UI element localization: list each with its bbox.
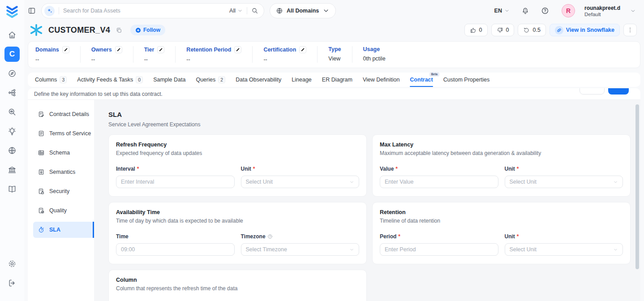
search-scope-dropdown[interactable]: All: [229, 8, 243, 14]
step-label: SLA: [49, 227, 60, 233]
rail-explore-compass-icon[interactable]: [4, 66, 20, 81]
placeholder-text: Select Timezone: [246, 246, 287, 253]
ai-sparkle-icon[interactable]: [44, 6, 55, 16]
edit-pencil-icon[interactable]: [115, 46, 122, 53]
banner-primary-button[interactable]: [608, 88, 629, 95]
rail-collate-app-icon[interactable]: C: [4, 47, 20, 62]
select-unit[interactable]: Select Unit: [505, 176, 623, 188]
contract-step-security[interactable]: Security: [33, 183, 94, 199]
contract-step-schema[interactable]: Schema: [33, 145, 94, 161]
contract-steps-sidebar: Contract Details Terms of Service Schema…: [28, 100, 94, 301]
rail-observability-search-icon[interactable]: [4, 104, 20, 120]
chevron-down-icon: [613, 180, 618, 185]
tab-count-badge: 0: [136, 76, 143, 83]
contract-content: SLA Service Level Agreement Expectations…: [94, 100, 640, 301]
rail-insights-bulb-icon[interactable]: [4, 124, 20, 139]
language-dropdown[interactable]: EN: [494, 8, 510, 14]
input-value[interactable]: Enter Value: [380, 176, 498, 188]
placeholder-text: Select Unit: [510, 179, 537, 185]
tab-label: Columns: [35, 77, 57, 83]
contract-step-semantics[interactable]: Semantics: [33, 164, 94, 180]
logout-icon: [8, 279, 17, 288]
field-unit: Unit * Select Unit: [241, 166, 360, 188]
rail-domains-hierarchy-icon[interactable]: [4, 85, 20, 100]
upvote-button[interactable]: 0: [464, 24, 488, 36]
global-search-input[interactable]: Search for Data Assets All: [41, 3, 264, 18]
contract-step-sla[interactable]: SLA: [33, 222, 94, 238]
all-domains-dropdown[interactable]: All Domains: [270, 3, 336, 18]
more-options-button[interactable]: [623, 24, 637, 36]
banner-secondary-button[interactable]: [580, 88, 605, 95]
tab-er-diagram[interactable]: ER Diagram: [322, 73, 352, 87]
downvote-button[interactable]: 0: [491, 24, 515, 36]
metadata-label: Domains: [35, 47, 59, 53]
metadata-label: Type: [328, 46, 341, 52]
tab-sample-data[interactable]: Sample Data: [153, 73, 185, 87]
metadata-value: View: [328, 56, 341, 62]
tab-lineage[interactable]: Lineage: [292, 73, 312, 87]
contract-step-contract-details[interactable]: Contract Details: [33, 106, 94, 122]
thumbs-up-icon: [470, 27, 477, 34]
select-unit[interactable]: Select Unit: [241, 176, 360, 188]
required-asterisk: *: [253, 166, 255, 172]
field-label: Interval *: [116, 166, 235, 172]
chevron-down-icon[interactable]: [630, 8, 636, 14]
version-history-icon: [523, 27, 530, 34]
entity-header: CUSTOMER_V4 Follow 0 0 0.5: [24, 22, 644, 39]
notifications-bell-icon[interactable]: [521, 7, 529, 15]
metadata-value: --: [35, 56, 69, 63]
card-title: Availability Time: [116, 209, 359, 215]
tab-contract[interactable]: Contract Beta: [410, 73, 433, 87]
user-menu[interactable]: rounakpreet.d Default: [584, 5, 620, 17]
search-icon[interactable]: [251, 7, 258, 14]
field-timezone: Timezone Select Timezone: [241, 233, 360, 256]
user-avatar[interactable]: R: [562, 4, 575, 17]
tab-queries[interactable]: Queries 2: [196, 73, 225, 87]
view-in-snowflake-button[interactable]: View in Snowflake: [550, 24, 620, 36]
tab-columns[interactable]: Columns 3: [35, 73, 67, 87]
edit-pencil-icon[interactable]: [62, 46, 69, 53]
rail-home-icon[interactable]: [4, 27, 20, 43]
card-refresh-frequency: Refresh Frequency Expected frequency of …: [108, 134, 367, 197]
rail-governance-bank-icon[interactable]: [4, 162, 20, 177]
tab-view-definition[interactable]: View Definition: [363, 73, 399, 87]
select-timezone[interactable]: Select Timezone: [241, 243, 360, 256]
card-max-latency: Max Latency Maximum acceptable latency b…: [372, 134, 631, 197]
collate-logo-icon[interactable]: [4, 4, 20, 19]
edit-pencil-icon[interactable]: [234, 46, 241, 53]
input-period[interactable]: Enter Period: [380, 243, 498, 256]
select-unit[interactable]: Select Unit: [505, 243, 623, 256]
external-link-icon: [555, 26, 563, 34]
rail-logout-icon[interactable]: [4, 275, 20, 291]
step-label: Contract Details: [49, 111, 89, 117]
scrollbar-thumb[interactable]: [635, 104, 639, 269]
help-icon[interactable]: [541, 7, 549, 15]
edit-pencil-icon[interactable]: [157, 46, 164, 53]
security-doc-icon: [38, 188, 45, 195]
edit-pencil-icon[interactable]: [299, 46, 306, 53]
input-interval[interactable]: Enter Interval: [116, 176, 235, 188]
rail-settings-gear-icon[interactable]: [4, 256, 20, 271]
contract-step-quality[interactable]: Quality: [33, 202, 94, 219]
chevron-down-icon: [322, 7, 330, 14]
follow-button[interactable]: Follow: [130, 25, 165, 35]
rail-glossary-book-icon[interactable]: [4, 181, 20, 197]
tab-data-observability[interactable]: Data Observability: [236, 73, 281, 87]
tab-activity-feeds-tasks[interactable]: Activity Feeds & Tasks 0: [77, 73, 143, 87]
version-button[interactable]: 0.5: [518, 24, 545, 36]
tab-custom-properties[interactable]: Custom Properties: [443, 73, 490, 87]
metadata-item-domains: Domains --: [35, 46, 81, 63]
copy-icon[interactable]: [116, 27, 122, 34]
contract-step-terms-of-service[interactable]: Terms of Service: [33, 125, 94, 142]
entity-tabs: Columns 3 Activity Feeds & Tasks 0 Sampl…: [28, 73, 640, 87]
metadata-label: Certification: [263, 47, 296, 53]
tab-label: Lineage: [292, 77, 312, 83]
input-time[interactable]: 09:00: [116, 243, 235, 256]
metadata-value: 0th pctile: [363, 56, 386, 62]
sidebar-toggle-icon[interactable]: [28, 7, 36, 15]
rail-discovery-globe-icon[interactable]: [4, 143, 20, 158]
metadata-item-owners: Owners --: [81, 46, 133, 63]
placeholder-text: Enter Interval: [121, 179, 154, 185]
thumbs-down-icon: [497, 27, 503, 34]
quality-doc-icon: [38, 207, 45, 214]
